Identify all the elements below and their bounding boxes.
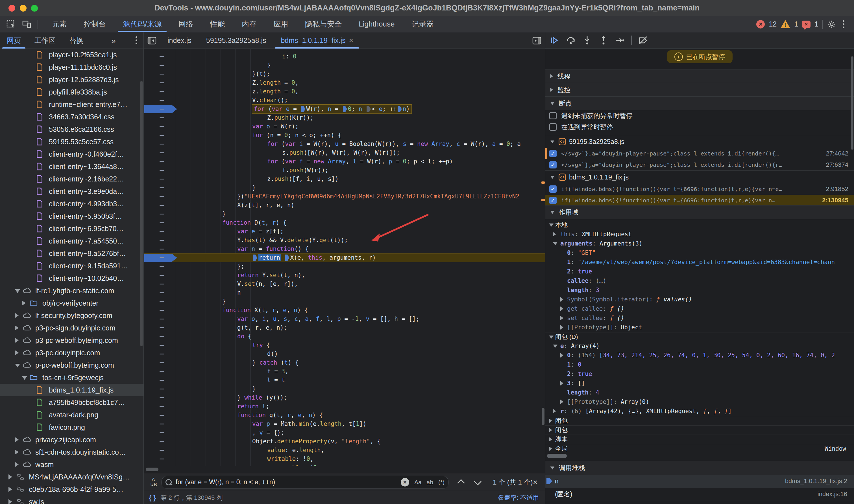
code-line[interactable]: d() (144, 349, 545, 358)
file-tree-item[interactable]: a795fb49bcbcf8cb1c7… (0, 396, 143, 409)
code-line[interactable]: } while (y()); (144, 393, 545, 402)
file-tree-item[interactable]: p-pc-weboff.byteimg.com (0, 359, 143, 371)
file-tree-item[interactable]: client-entry~3.e9e0da… (0, 185, 143, 198)
code-line[interactable]: , v = {}; (144, 428, 545, 437)
editor-tab-3[interactable]: bdms_1.0.1.19_fix.js× (273, 33, 360, 49)
file-tree-item[interactable]: client-entry~6.95cb70… (0, 222, 143, 235)
inline-step-marker[interactable] (398, 106, 402, 112)
line-gutter-mark[interactable] (160, 441, 164, 442)
file-tree-item[interactable]: client-entry~8.a5276bf… (0, 247, 143, 259)
file-tree-item[interactable]: player-11.11bdc6c0.js (0, 61, 143, 73)
breakpoints-section-header[interactable]: 断点 (545, 96, 854, 110)
more-options-icon[interactable] (840, 20, 847, 28)
scope-property-row[interactable]: 0: (154) [34, 73, 214, 25, 26, 74, 0, 1,… (545, 351, 854, 360)
panel-tab-5[interactable]: 性能 (202, 16, 233, 32)
device-toolbar-icon[interactable] (22, 19, 32, 29)
code-line[interactable]: }; (144, 262, 545, 271)
breakpoint-entry[interactable]: ✓if(!window.bdms){!function(){var t={669… (545, 183, 854, 195)
file-tree-item[interactable]: client-entry~7.a54550… (0, 235, 143, 247)
file-tree-item[interactable]: player-12.b52887d3.js (0, 73, 143, 86)
warning-badge-icon[interactable]: ! (781, 20, 790, 28)
code-line[interactable]: for (var i = W(r), u = Boolean(W(r)), s … (144, 140, 545, 148)
code-line[interactable]: try { (144, 341, 545, 349)
scope-hscrollbar-thumb[interactable] (547, 454, 567, 458)
code-line[interactable]: Z.length = 0, (144, 78, 545, 87)
step-into-icon[interactable] (582, 35, 592, 46)
line-gutter-mark[interactable] (160, 345, 164, 346)
code-line[interactable]: do { (144, 332, 545, 341)
issue-count[interactable]: 1 (815, 20, 818, 28)
code-line[interactable]: return X(e, this, arguments, r) (144, 253, 545, 262)
line-gutter-mark[interactable] (160, 380, 164, 381)
editor-tab-2[interactable]: 59195.3a2925a8.js (199, 33, 274, 49)
code-line[interactable]: return Y.set(t, n), (144, 271, 545, 280)
inline-step-marker[interactable] (285, 254, 290, 261)
line-gutter-mark[interactable] (160, 432, 164, 433)
issues-badge-icon[interactable]: × (802, 21, 811, 28)
pause-toggle-row[interactable]: 遇到未捕获的异常时暂停 (545, 110, 854, 121)
line-gutter-mark[interactable] (160, 135, 164, 136)
pretty-print-icon[interactable]: { } (149, 494, 156, 502)
threads-section-header[interactable]: 线程 (545, 69, 854, 83)
scope-property-row[interactable]: 2: true (545, 267, 854, 276)
line-gutter-mark[interactable] (160, 100, 164, 101)
code-line[interactable]: value: e.length, (144, 446, 545, 455)
file-tree-item[interactable]: 53056.e6ca2166.css (0, 123, 143, 136)
line-gutter-mark[interactable] (160, 109, 164, 109)
line-gutter-mark[interactable] (160, 424, 164, 425)
file-tree-item[interactable]: client-entry~9.15da591… (0, 259, 143, 272)
code-line[interactable]: } (144, 210, 545, 218)
line-gutter-mark[interactable] (160, 266, 164, 267)
file-tree-item[interactable]: lf-security.bytegoofy.com (0, 309, 143, 322)
editor-scrollbar-thumb[interactable] (542, 408, 544, 425)
file-tree-item[interactable]: sw.js (0, 496, 143, 504)
line-gutter-mark[interactable] (160, 126, 164, 127)
file-tree-item[interactable]: c0eb718a-696b-4f2f-9a99-5… (0, 483, 143, 496)
pause-toggle-row[interactable]: 在遇到异常时暂停 (545, 121, 854, 133)
file-tree-item[interactable]: 59195.53c5ce57.css (0, 136, 143, 148)
file-tree-item[interactable]: p3-pc-weboff.byteimg.com (0, 334, 143, 346)
code-line[interactable]: function g(t, r, e, n) { (144, 411, 545, 420)
editor-hscrollbar[interactable] (144, 466, 545, 472)
line-gutter-mark[interactable] (160, 91, 164, 92)
panel-tab-2[interactable]: 控制台 (75, 16, 115, 32)
scope-property-row[interactable]: e: Array(4) (545, 341, 854, 350)
file-tree-item[interactable]: polyfill.9fe338ba.js (0, 86, 143, 98)
inline-step-marker[interactable] (253, 254, 257, 261)
inline-step-marker[interactable] (367, 106, 371, 112)
code-line[interactable]: return l; (144, 402, 545, 411)
error-badge-icon[interactable]: × (756, 20, 765, 29)
scope-property-row[interactable]: length: 3 (545, 286, 854, 294)
line-gutter-mark[interactable] (160, 170, 164, 171)
code-line[interactable]: enumerable: !1, (144, 463, 545, 466)
settings-gear-icon[interactable] (827, 19, 836, 29)
code-line[interactable]: function X(t, r, e, n) { (144, 306, 545, 314)
line-gutter-mark[interactable] (160, 389, 164, 390)
line-gutter-mark[interactable] (160, 240, 164, 241)
scope-property-row[interactable]: 0: "GET" (545, 248, 854, 257)
search-next-icon[interactable] (474, 478, 482, 485)
file-tree-item[interactable]: obj/rc-verifycenter (0, 297, 143, 309)
step-icon[interactable] (615, 35, 625, 46)
code-line[interactable]: l = t (144, 376, 545, 385)
match-case-toggle[interactable]: Aa (414, 479, 422, 486)
whole-word-toggle[interactable]: ab (427, 479, 433, 486)
file-tree-item[interactable]: privacy.zijieapi.com (0, 433, 143, 446)
deactivate-breakpoints-icon[interactable] (638, 35, 648, 46)
line-gutter-mark[interactable] (160, 161, 164, 162)
error-count[interactable]: 12 (769, 20, 777, 28)
line-gutter-mark[interactable] (160, 406, 164, 407)
code-line[interactable]: z.length = 0, (144, 87, 545, 96)
line-gutter-mark[interactable] (160, 205, 164, 206)
line-gutter-mark[interactable] (160, 83, 164, 83)
file-tree-item[interactable]: 34663.7a30d364.css (0, 111, 143, 123)
code-line[interactable]: for (n = 0; n < o; ++n) { (144, 131, 545, 140)
scope-group-row[interactable]: 全局Window (545, 444, 854, 453)
panel-tab-6[interactable]: 内存 (233, 16, 265, 32)
scope-property-row[interactable]: 1: "/aweme/v1/web/aweme/post/?device_pla… (545, 258, 854, 267)
sidebar-scrollbar[interactable] (140, 81, 143, 346)
scope-property-row[interactable]: 3: [] (545, 379, 854, 388)
code-line[interactable]: for (var f = new Array, l = W(r), p = 0;… (144, 157, 545, 166)
scope-property-row[interactable]: arguments: Arguments(3) (545, 239, 854, 248)
code-line[interactable]: f = 3, (144, 367, 545, 376)
